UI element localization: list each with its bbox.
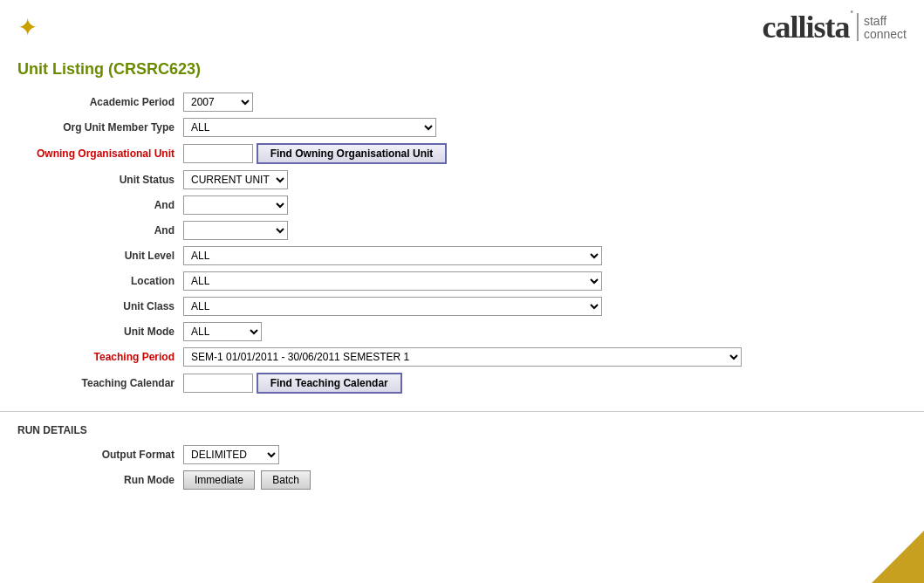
page-title: Unit Listing (CRSRC623) (0, 50, 924, 93)
run-mode-row: Run Mode Immediate Batch (17, 470, 907, 490)
output-format-label: Output Format (17, 449, 183, 461)
logo: callista• staffconnect (762, 9, 907, 45)
header: ✦ callista• staffconnect (0, 0, 924, 50)
owning-org-unit-row: Owning Organisational Unit Find Owning O… (17, 143, 907, 164)
run-mode-label: Run Mode (17, 474, 183, 486)
org-unit-member-type-select[interactable]: ALL (183, 118, 436, 137)
logo-star: ✦ (17, 13, 38, 42)
org-unit-member-type-row: Org Unit Member Type ALL (17, 118, 907, 137)
unit-mode-row: Unit Mode ALL (17, 322, 907, 341)
and-row-2: And (17, 221, 907, 240)
owning-org-unit-input[interactable] (183, 144, 253, 163)
owning-org-unit-label: Owning Organisational Unit (17, 147, 183, 160)
and-select-2[interactable] (183, 221, 288, 240)
teaching-period-row: Teaching Period SEM-1 01/01/2011 - 30/06… (17, 347, 907, 367)
location-select[interactable]: ALL (183, 271, 602, 291)
logo-staff-text: staffconnect (857, 13, 907, 42)
run-details-title: RUN DETAILS (17, 424, 907, 436)
unit-status-select[interactable]: CURRENT UNIT ALL INACTIVE (183, 170, 288, 189)
output-format-row: Output Format DELIMITED PDF EXCEL (17, 445, 907, 464)
academic-period-row: Academic Period 2007 2008 2009 2010 2011 (17, 93, 907, 112)
form-area: Academic Period 2007 2008 2009 2010 2011… (0, 93, 924, 394)
unit-level-label: Unit Level (17, 250, 183, 262)
academic-period-label: Academic Period (17, 96, 183, 108)
unit-mode-select[interactable]: ALL (183, 322, 262, 341)
decorative-triangle (872, 531, 924, 583)
find-teaching-calendar-button[interactable]: Find Teaching Calendar (257, 373, 402, 394)
and-label-1: And (17, 199, 183, 211)
teaching-calendar-label: Teaching Calendar (17, 377, 183, 389)
academic-period-select[interactable]: 2007 2008 2009 2010 2011 (183, 93, 253, 112)
unit-status-label: Unit Status (17, 174, 183, 186)
unit-class-row: Unit Class ALL (17, 297, 907, 316)
unit-status-row: Unit Status CURRENT UNIT ALL INACTIVE (17, 170, 907, 189)
location-row: Location ALL (17, 271, 907, 291)
unit-class-label: Unit Class (17, 300, 183, 312)
find-owning-org-unit-button[interactable]: Find Owning Organisational Unit (257, 143, 448, 164)
teaching-period-label: Teaching Period (17, 351, 183, 363)
run-details-section: RUN DETAILS Output Format DELIMITED PDF … (0, 424, 924, 490)
unit-mode-label: Unit Mode (17, 326, 183, 338)
logo-dot: • (850, 7, 853, 17)
unit-level-select[interactable]: ALL (183, 246, 602, 265)
teaching-calendar-row: Teaching Calendar Find Teaching Calendar (17, 373, 907, 394)
and-label-2: And (17, 224, 183, 237)
location-label: Location (17, 275, 183, 287)
separator (0, 411, 924, 412)
teaching-calendar-input[interactable] (183, 374, 253, 393)
unit-class-select[interactable]: ALL (183, 297, 602, 316)
org-unit-member-type-label: Org Unit Member Type (17, 121, 183, 134)
logo-callista-text: callista (762, 9, 849, 45)
and-row-1: And (17, 195, 907, 215)
unit-level-row: Unit Level ALL (17, 246, 907, 265)
batch-button[interactable]: Batch (261, 470, 311, 490)
immediate-button[interactable]: Immediate (183, 470, 255, 490)
teaching-period-select[interactable]: SEM-1 01/01/2011 - 30/06/2011 SEMESTER 1 (183, 347, 742, 367)
output-format-select[interactable]: DELIMITED PDF EXCEL (183, 445, 279, 464)
and-select-1[interactable] (183, 195, 288, 215)
